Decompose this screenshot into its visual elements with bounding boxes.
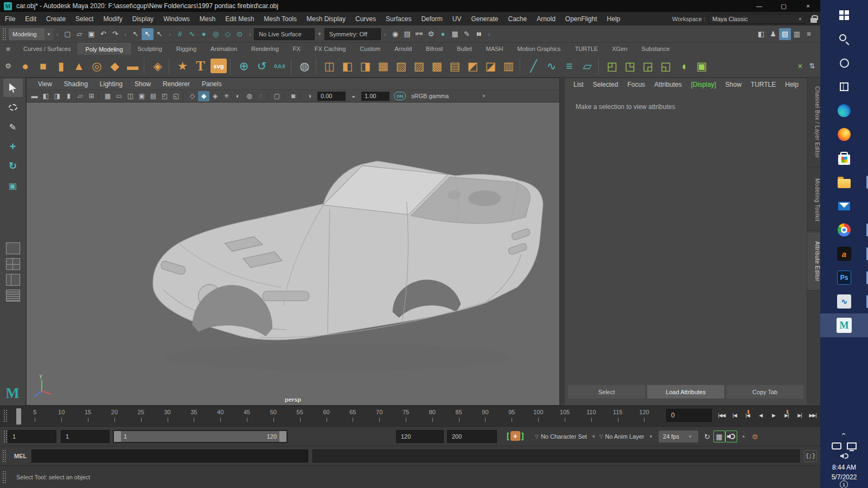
poly-cylinder-icon[interactable]: ▮ <box>52 56 70 76</box>
tl-tick-item[interactable]: 85 <box>445 409 472 424</box>
drag-handle[interactable] <box>3 409 8 422</box>
stab-item[interactable]: Poly Modeling <box>78 43 130 55</box>
poly-cube-icon[interactable]: ■ <box>34 56 52 76</box>
menu-set-dropdown[interactable]: Modeling ▾ <box>9 28 53 40</box>
zero-transform-icon[interactable]: 0,0,0 <box>271 56 289 76</box>
step-forward-key-button[interactable]: ▶| <box>780 409 793 421</box>
tl-tick-item[interactable]: 25 <box>127 409 154 424</box>
step-back-key-button[interactable]: |◀ <box>741 409 754 421</box>
exposure-field[interactable]: 0.00 <box>317 92 346 101</box>
color-space-dropdown[interactable]: sRGB gamma ▾ <box>408 91 488 101</box>
drag-handle[interactable] <box>2 28 7 41</box>
pause-viewport-icon[interactable]: ▮▮ <box>473 28 485 40</box>
sound-icon[interactable] <box>725 431 737 442</box>
insert-edge-loop-icon[interactable]: ≡ <box>560 56 578 76</box>
edge-icon[interactable] <box>820 99 868 123</box>
lock-camera-icon[interactable]: ◧ <box>40 91 52 101</box>
undo-icon[interactable]: ↶ <box>97 28 109 40</box>
aem-item[interactable]: [Display] <box>691 81 716 88</box>
fill-hole-icon[interactable]: ▥ <box>500 56 518 76</box>
photoshop-icon[interactable] <box>820 266 868 290</box>
poly-cone-icon[interactable]: ▲ <box>70 56 88 76</box>
store-icon[interactable] <box>820 146 868 170</box>
file-explorer-icon[interactable] <box>820 170 868 194</box>
select-tool[interactable] <box>3 79 23 97</box>
group-divider[interactable]: › <box>246 31 254 37</box>
connect-tool-icon[interactable]: ∿ <box>542 56 560 76</box>
select-object-icon[interactable]: ↖ <box>142 28 154 40</box>
tl-tick-item[interactable]: 40 <box>207 409 234 424</box>
use-all-lights-icon[interactable]: ☀ <box>221 91 232 101</box>
safe-action-icon[interactable]: ◰ <box>159 91 170 101</box>
layout-single-button[interactable] <box>6 242 20 254</box>
tl-tick-item[interactable]: 35 <box>181 409 207 424</box>
aem-item[interactable]: Help <box>785 81 799 88</box>
volume-icon[interactable] <box>840 453 848 459</box>
drag-handle[interactable] <box>2 450 7 463</box>
move-tool[interactable] <box>3 137 23 156</box>
gamma-icon[interactable]: ◒ <box>348 91 359 101</box>
maya-taskbar-icon[interactable] <box>820 313 868 337</box>
tab-attribute-editor[interactable]: Attribute Editor <box>807 233 820 291</box>
tl-tick-item[interactable]: 100 <box>525 409 552 424</box>
shelf-menu-icon[interactable]: ≡ <box>0 43 16 55</box>
reset-time-icon[interactable]: ↺ <box>253 56 271 76</box>
boolean-intersect-icon[interactable]: ▨ <box>410 56 428 76</box>
stab-item[interactable]: MASH <box>479 43 510 55</box>
aem-item[interactable]: Attributes <box>654 81 682 88</box>
command-input[interactable] <box>31 450 308 463</box>
menu-item[interactable]: Display <box>127 15 158 23</box>
script-editor-icon[interactable]: {;} <box>804 450 817 462</box>
menu-item[interactable]: Mesh <box>195 15 220 23</box>
type-tool-icon[interactable]: T <box>192 56 209 76</box>
target-weld-icon[interactable]: ◲ <box>639 56 657 76</box>
workspace-lock-icon[interactable] <box>810 18 817 23</box>
live-surface-field[interactable]: No Live Surface <box>254 28 315 40</box>
svg-tool-icon[interactable]: svg <box>210 59 227 73</box>
image-plane-icon[interactable]: ▱ <box>74 91 86 101</box>
go-to-start-button[interactable]: |◀◀ <box>715 409 728 421</box>
go-to-end-button[interactable]: ▶▶| <box>806 409 819 421</box>
car-model[interactable] <box>153 161 543 371</box>
menu-item[interactable]: Mesh Display <box>302 15 350 23</box>
minimize-button[interactable]: — <box>747 0 771 12</box>
reduce-mesh-icon[interactable]: ▤ <box>446 56 464 76</box>
multi-cut-icon[interactable]: ╱ <box>525 56 542 76</box>
combine-icon[interactable]: ◫ <box>321 56 339 76</box>
animation-end-field[interactable]: 200 <box>447 430 497 443</box>
make-live-icon[interactable]: ⊙ <box>234 28 246 40</box>
paint-effects-icon[interactable]: ✎ <box>461 28 473 40</box>
aem-item[interactable]: Show <box>725 81 742 88</box>
color-management-toggle[interactable]: ON <box>394 92 406 100</box>
menu-item[interactable]: Curves <box>350 15 381 23</box>
lasso-tool[interactable] <box>3 98 23 117</box>
stab-item[interactable]: FX Caching <box>308 43 353 55</box>
vp-menu-item[interactable]: Lighting <box>95 80 127 88</box>
gamma-field[interactable]: 1.00 <box>361 92 390 101</box>
tl-tick-item[interactable]: 10 <box>48 409 75 424</box>
step-back-frame-button[interactable]: |◀ <box>728 409 741 421</box>
shelf-gear-icon[interactable]: ⚙ <box>0 60 16 72</box>
drag-handle[interactable] <box>3 430 8 443</box>
tl-tick-item[interactable]: 60 <box>313 409 340 424</box>
exposure-icon[interactable]: ◑ <box>304 91 315 101</box>
chrome-icon[interactable] <box>820 218 868 242</box>
shadows-icon[interactable]: ◐ <box>232 91 244 101</box>
isolate-select-icon[interactable]: ▢ <box>271 91 283 101</box>
stab-item[interactable]: XGen <box>605 43 634 55</box>
tl-tick-item[interactable]: 20 <box>101 409 127 424</box>
command-language-toggle[interactable]: MEL <box>9 453 32 459</box>
bookmark-icon[interactable]: ▮ <box>63 91 74 101</box>
vp-menu-item[interactable]: Panels <box>197 80 227 88</box>
attribute-editor-icon[interactable]: ▥ <box>791 28 803 40</box>
channel-box-icon[interactable]: ▤ <box>779 28 791 40</box>
workspace-dropdown[interactable]: Maya Classic ▾ <box>709 14 805 24</box>
range-start-handle[interactable] <box>114 431 121 442</box>
menu-item[interactable]: UV <box>448 15 467 23</box>
separate-icon[interactable]: ◧ <box>339 56 356 76</box>
menu-item[interactable]: Deform <box>416 15 447 23</box>
resolution-gate-icon[interactable]: ◫ <box>125 91 136 101</box>
tl-tick-item[interactable]: 105 <box>552 409 578 424</box>
fps-dropdown[interactable]: 24 fps ▾ <box>659 431 698 442</box>
cortana-icon[interactable] <box>820 51 868 75</box>
